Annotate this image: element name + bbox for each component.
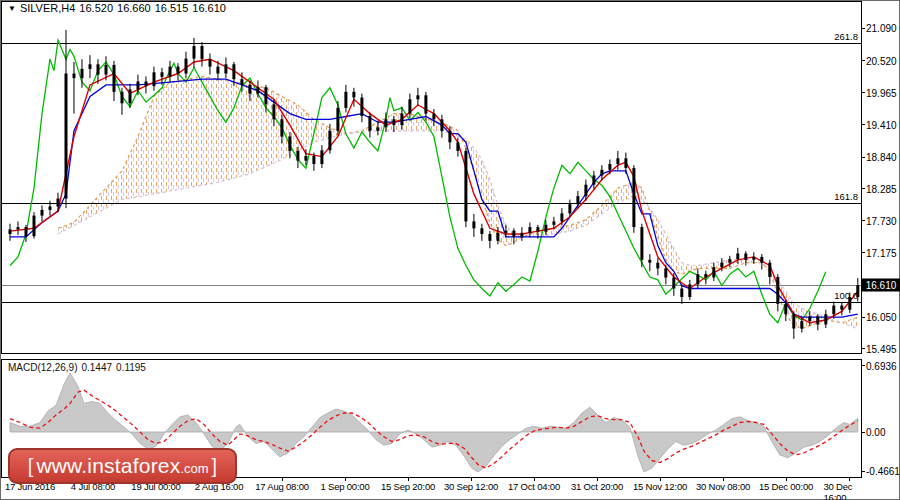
candle-body bbox=[272, 104, 275, 119]
current-price-badge: 16.610 bbox=[862, 279, 900, 292]
price-axis-label: 20.520 bbox=[866, 55, 897, 66]
candle-body bbox=[65, 74, 68, 199]
price-axis-label: 16.050 bbox=[866, 312, 897, 323]
watermark-bracket-right: ] bbox=[209, 455, 221, 478]
candle-body bbox=[264, 87, 267, 104]
candle-body bbox=[512, 231, 515, 237]
price-axis-label: 17.730 bbox=[866, 215, 897, 226]
candle-body bbox=[408, 99, 411, 113]
candle-body bbox=[352, 92, 355, 98]
time-axis-label: 30 Sep 12:00 bbox=[444, 481, 498, 492]
candle-body bbox=[680, 289, 683, 298]
candle-body bbox=[73, 74, 76, 79]
symbol-dropdown-icon[interactable]: ▼ bbox=[8, 4, 16, 13]
candle-body bbox=[528, 227, 531, 233]
candle-body bbox=[616, 158, 619, 164]
candle-body bbox=[496, 233, 499, 241]
time-axis-label: 15 Sep 20:00 bbox=[381, 481, 435, 492]
candle-body bbox=[9, 229, 12, 234]
candle-body bbox=[696, 274, 699, 284]
candle-body bbox=[792, 314, 795, 328]
macd-signal-value: 0.1195 bbox=[116, 362, 146, 373]
price-axis-label: 18.840 bbox=[866, 152, 897, 163]
candle-body bbox=[376, 127, 379, 130]
candle-body bbox=[752, 257, 755, 260]
candle-body bbox=[256, 87, 259, 93]
candle-body bbox=[640, 227, 643, 260]
candle-body bbox=[240, 79, 243, 85]
candle-body bbox=[592, 176, 595, 185]
candle-body bbox=[320, 150, 323, 164]
candle-body bbox=[129, 90, 132, 104]
candle-body bbox=[832, 306, 835, 315]
candle-body bbox=[840, 306, 843, 310]
candle-body bbox=[288, 137, 291, 151]
candle-body bbox=[808, 317, 811, 322]
candle-body bbox=[209, 59, 212, 66]
candle-body bbox=[472, 221, 475, 228]
price-axis-label: 18.285 bbox=[866, 183, 897, 194]
candle-body bbox=[728, 259, 731, 262]
candle-body bbox=[672, 278, 675, 289]
candle-body bbox=[536, 227, 539, 232]
price-axis-label: 19.410 bbox=[866, 119, 897, 130]
candle-body bbox=[248, 85, 251, 94]
candle-body bbox=[704, 274, 707, 277]
candle-body bbox=[97, 64, 100, 74]
macd-name: MACD(12,26,9) bbox=[8, 362, 77, 373]
candle-body bbox=[41, 210, 44, 216]
macd-main-value: 0.1447 bbox=[81, 362, 112, 373]
candle-body bbox=[552, 221, 555, 224]
candle-body bbox=[824, 314, 827, 324]
candle-body bbox=[177, 67, 180, 74]
quote-open: 16.520 bbox=[79, 2, 113, 14]
candle-body bbox=[456, 142, 459, 151]
quote-close: 16.610 bbox=[192, 2, 226, 14]
candle-body bbox=[185, 59, 188, 74]
candle-body bbox=[312, 156, 315, 164]
candle-body bbox=[624, 158, 627, 168]
candle-body bbox=[161, 72, 164, 77]
macd-axis-label: 0.00 bbox=[866, 427, 885, 438]
candle-body bbox=[544, 225, 547, 232]
candle-body bbox=[224, 64, 227, 73]
candle-body bbox=[201, 46, 204, 59]
time-axis-label: 1 Sep 00:00 bbox=[320, 481, 369, 492]
instaforex-watermark: [ www.instaforex .com ] bbox=[8, 448, 237, 484]
candle-body bbox=[153, 72, 156, 86]
candle-body bbox=[336, 108, 339, 131]
price-axis-label: 21.090 bbox=[866, 23, 897, 34]
candle-body bbox=[105, 65, 108, 75]
candle-body bbox=[121, 92, 124, 104]
quote-low: 16.515 bbox=[155, 2, 189, 14]
candle-body bbox=[17, 227, 20, 229]
candle-body bbox=[712, 267, 715, 277]
candle-body bbox=[360, 98, 363, 116]
candle-body bbox=[560, 213, 563, 221]
time-axis-label: 17 Aug 08:00 bbox=[255, 481, 309, 492]
candle-body bbox=[432, 114, 435, 120]
candle-body bbox=[520, 233, 523, 237]
candle-body bbox=[216, 67, 219, 74]
price-and-macd-plot[interactable] bbox=[0, 0, 900, 500]
price-axis-label: 15.495 bbox=[866, 343, 897, 354]
candle-body bbox=[744, 254, 747, 260]
candle-body bbox=[768, 263, 771, 277]
symbol-header: ▼SILVER,H416.52016.66016.51516.610 bbox=[8, 3, 226, 14]
macd-axis-label: 0.6936 bbox=[866, 360, 897, 371]
fib-level-label: 261.8 bbox=[834, 31, 858, 42]
candle-body bbox=[49, 207, 52, 210]
candle-body bbox=[232, 64, 235, 79]
watermark-suffix: .com bbox=[180, 461, 208, 476]
candle-body bbox=[280, 119, 283, 136]
candle-body bbox=[776, 277, 779, 304]
candle-body bbox=[57, 199, 60, 207]
candle-body bbox=[440, 119, 443, 131]
candle-body bbox=[608, 164, 611, 170]
candle-body bbox=[736, 254, 739, 260]
price-axis-label: 19.965 bbox=[866, 87, 897, 98]
candle-body bbox=[33, 216, 36, 237]
candle-body bbox=[576, 196, 579, 204]
time-axis-label: 30 Dec 16:00 bbox=[824, 481, 875, 500]
candle-body bbox=[568, 204, 571, 213]
